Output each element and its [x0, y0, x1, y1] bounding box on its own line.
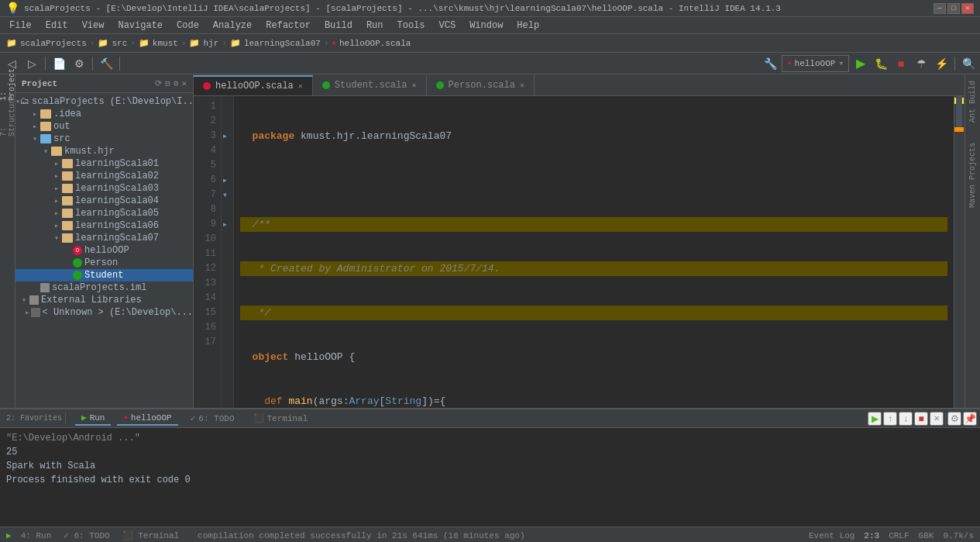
tree-item-scala02[interactable]: ▸ learningScala02 — [15, 170, 193, 182]
maven-projects-tab[interactable]: Maven Projects — [967, 136, 978, 214]
sync-icon[interactable]: ⟳ — [155, 78, 162, 88]
tree-item-scala01[interactable]: ▸ learningScala01 — [15, 157, 193, 170]
code-line-1: package kmust.hjr.learningScala07 — [240, 129, 947, 143]
run-tab-hellooop[interactable]: ● helloOOP — [117, 412, 177, 426]
bc-learningscala07[interactable]: learningScala07 — [244, 39, 321, 48]
run-tab-run[interactable]: ▶ Run — [75, 411, 111, 426]
structure-tab-icon[interactable]: 7: Structure — [1, 109, 15, 123]
run-tab-todo[interactable]: ✓ 6: TODO — [184, 412, 241, 425]
tab-student[interactable]: Student.scala ✕ — [313, 75, 427, 95]
tree-arrow-kmust: ▾ — [40, 147, 51, 156]
folder-kmust-icon — [51, 147, 62, 156]
run-button[interactable]: ▶ — [852, 55, 869, 72]
tree-item-unknown[interactable]: ▸ < Unknown > (E:\Develop\... — [15, 306, 193, 319]
code-editor[interactable]: 1 2 3 4 5 6 7 8 9 10 11 12 13 14 15 16 1… — [194, 96, 965, 408]
ln-14: 14 — [194, 291, 216, 306]
tree-item-kmust[interactable]: ▾ kmust.hjr — [15, 145, 193, 157]
menu-tools[interactable]: Tools — [391, 19, 432, 33]
tree-item-idea[interactable]: ▸ .idea — [15, 108, 193, 120]
debug-button[interactable]: 🐛 — [872, 55, 889, 72]
run-config-selector[interactable]: ● helloOOP ▾ — [782, 55, 849, 72]
search-everywhere-button[interactable]: 🔧 — [762, 55, 779, 72]
run-tab-config-icon: ● — [123, 414, 127, 422]
menu-navigate[interactable]: Navigate — [112, 19, 169, 33]
forward-button[interactable]: ▷ — [23, 55, 40, 72]
collapse-icon[interactable]: ⊟ — [165, 78, 170, 88]
todo-icon: ✓ — [191, 413, 196, 423]
menu-edit[interactable]: Edit — [40, 19, 74, 33]
tree-item-out[interactable]: ▸ out — [15, 120, 193, 133]
menu-build[interactable]: Build — [318, 19, 359, 33]
editor-tabs: helloOOP.scala ✕ Student.scala ✕ Person.… — [194, 74, 965, 96]
stop-button[interactable]: ■ — [892, 55, 910, 72]
menu-help[interactable]: Help — [511, 19, 545, 33]
code-content[interactable]: package kmust.hjr.learningScala07 /** * … — [234, 96, 954, 408]
ant-build-tab[interactable]: Ant Build — [967, 74, 978, 129]
event-log-label[interactable]: Event Log — [809, 531, 854, 540]
run-scroll-down-button[interactable]: ↓ — [899, 412, 913, 426]
run-restart-button[interactable]: ▶ — [868, 412, 882, 426]
tree-item-iml[interactable]: ▸ scalaProjects.iml — [15, 281, 193, 294]
tab-person-close[interactable]: ✕ — [520, 81, 524, 90]
tab-hellooop[interactable]: helloOOP.scala ✕ — [194, 75, 313, 95]
run-stop-button[interactable]: ■ — [914, 412, 928, 426]
tree-item-person[interactable]: ▸ Person — [15, 257, 193, 269]
toolbar-separator-1 — [45, 57, 46, 71]
menu-window[interactable]: Window — [463, 19, 509, 33]
gear-icon[interactable]: ⚙ — [174, 78, 179, 88]
hide-icon[interactable]: ✕ — [181, 78, 187, 88]
tree-item-scala03[interactable]: ▸ learningScala03 — [15, 182, 193, 195]
tree-item-src[interactable]: ▾ src — [15, 133, 193, 145]
bc-hellooop[interactable]: helloOOP.scala — [339, 39, 411, 48]
project-tab-icon[interactable]: 1: Project — [1, 78, 15, 91]
minimize-button[interactable]: — — [934, 3, 946, 14]
terminal-icon: ⬛ — [253, 413, 264, 423]
menu-analyze[interactable]: Analyze — [207, 19, 258, 33]
encoding-indicator[interactable]: GBK — [919, 531, 934, 540]
build-button[interactable]: 🔨 — [98, 55, 115, 72]
folder-scala04-icon — [62, 196, 73, 205]
tab-student-close[interactable]: ✕ — [411, 81, 416, 90]
menu-vcs[interactable]: VCS — [433, 19, 462, 33]
tree-item-scala05[interactable]: ▸ learningScala05 — [15, 207, 193, 219]
run-scroll-up-button[interactable]: ↑ — [883, 412, 897, 426]
tab-person[interactable]: Person.scala ✕ — [427, 75, 535, 95]
menu-run[interactable]: Run — [360, 19, 390, 33]
coverage-button[interactable]: ☂ — [913, 55, 930, 72]
bc-scalaprojects[interactable]: scalaProjects — [20, 39, 87, 48]
run-tab-run-icon: ▶ — [81, 413, 87, 423]
settings-button[interactable]: ⚙ — [70, 55, 88, 72]
run-tab-terminal[interactable]: ⬛ Terminal — [247, 412, 315, 425]
menu-view[interactable]: View — [76, 19, 111, 33]
run-config-label: helloOOP — [795, 59, 836, 68]
favorites-sidebar-tab[interactable]: 2: Favorites — [3, 413, 66, 424]
ant-maven-sidebar: Ant Build Maven Projects — [965, 74, 980, 408]
run-settings-button[interactable]: ⚙ — [947, 412, 961, 426]
tree-item-hellooop[interactable]: ▸ O helloOOP — [15, 244, 193, 257]
run-pin-button[interactable]: 📌 — [963, 412, 977, 426]
tree-item-scala04[interactable]: ▸ learningScala04 — [15, 195, 193, 207]
ln-15: 15 — [194, 306, 216, 320]
tree-item-scalaprojects[interactable]: ▾ 🗂 scalaProjects (E:\Develop\I... — [15, 95, 193, 108]
tree-label-extlibs: External Libraries — [41, 295, 142, 306]
menu-refactor[interactable]: Refactor — [260, 19, 317, 33]
maximize-button[interactable]: □ — [947, 3, 960, 14]
menu-code[interactable]: Code — [170, 19, 205, 33]
close-button[interactable]: ✕ — [961, 3, 974, 14]
profile-button[interactable]: ⚡ — [933, 55, 950, 72]
menu-file[interactable]: File — [3, 19, 38, 33]
bc-kmust[interactable]: kmust — [153, 39, 178, 48]
line-ending-indicator[interactable]: CRLF — [889, 531, 909, 540]
run-close-button[interactable]: ✕ — [930, 412, 944, 426]
tree-item-extlibs[interactable]: ▾ External Libraries — [15, 294, 193, 306]
tree-item-student[interactable]: ▸ Student — [15, 269, 193, 281]
tab-hellooop-close[interactable]: ✕ — [298, 81, 303, 91]
tree-item-scala07[interactable]: ▾ learningScala07 — [15, 232, 193, 244]
tree-item-scala06[interactable]: ▸ learningScala06 — [15, 219, 193, 232]
search-button[interactable]: 🔍 — [960, 55, 977, 72]
recent-files-button[interactable]: 📄 — [50, 55, 67, 72]
toolbar: ◁ ▷ 📄 ⚙ 🔨 🔧 ● helloOOP ▾ ▶ 🐛 ■ ☂ ⚡ 🔍 — [0, 53, 980, 74]
bc-src[interactable]: src — [112, 39, 127, 48]
tree-arrow-scala02: ▸ — [51, 171, 62, 181]
bc-hjr[interactable]: hjr — [203, 39, 218, 48]
